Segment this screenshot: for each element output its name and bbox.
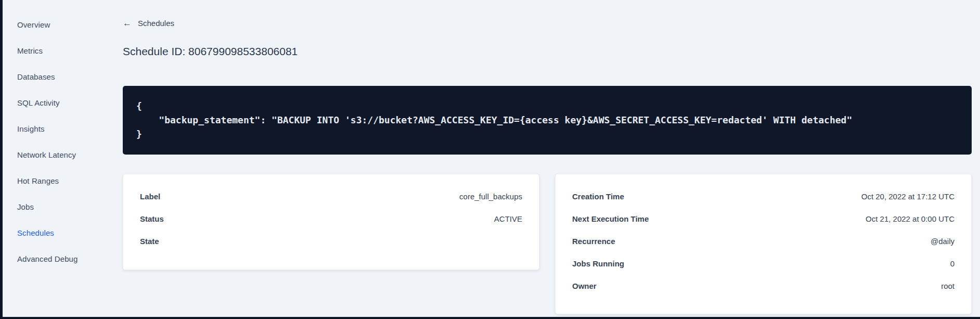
details-row-recurrence: Recurrence @daily xyxy=(572,230,955,252)
row-label: Owner xyxy=(572,282,597,290)
main-content: ← Schedules Schedule ID: 806799098533806… xyxy=(123,0,972,314)
row-value: ACTIVE xyxy=(494,214,522,223)
sidebar-item-databases[interactable]: Databases xyxy=(3,63,112,90)
sidebar-item-overview[interactable]: Overview xyxy=(3,11,112,37)
row-value: 0 xyxy=(950,259,955,268)
sidebar-item-hot-ranges[interactable]: Hot Ranges xyxy=(3,168,112,194)
code-line: { xyxy=(136,99,958,113)
summary-cards-row: Label core_full_backups Status ACTIVE St… xyxy=(123,174,972,314)
back-link-label: Schedules xyxy=(138,19,174,28)
row-label: Recurrence xyxy=(572,237,615,246)
details-row-owner: Owner root xyxy=(572,275,955,297)
window-frame-bottom-edge xyxy=(0,317,980,319)
row-label: Status xyxy=(140,214,164,223)
schedule-definition-code-block: { "backup_statement": "BACKUP INTO 's3:/… xyxy=(123,86,972,155)
row-value: core_full_backups xyxy=(459,192,522,201)
row-value: @daily xyxy=(931,237,955,246)
window-frame-left-edge xyxy=(0,0,3,319)
row-label: Next Execution Time xyxy=(572,214,649,223)
code-line: "backup_statement": "BACKUP INTO 's3://b… xyxy=(136,113,958,127)
schedule-summary-card: Label core_full_backups Status ACTIVE St… xyxy=(123,174,539,270)
sidebar-item-metrics[interactable]: Metrics xyxy=(3,37,112,63)
code-line: } xyxy=(136,127,958,141)
summary-row-label: Label core_full_backups xyxy=(140,185,522,208)
back-arrow-icon: ← xyxy=(123,19,132,28)
summary-row-state: State xyxy=(140,230,522,252)
row-value: root xyxy=(941,282,955,290)
sidebar-item-sql-activity[interactable]: SQL Activity xyxy=(3,90,112,116)
row-value: Oct 20, 2022 at 17:12 UTC xyxy=(861,192,955,201)
sidebar-item-insights[interactable]: Insights xyxy=(3,116,112,142)
schedule-details-card: Creation Time Oct 20, 2022 at 17:12 UTC … xyxy=(555,174,972,314)
details-row-creation-time: Creation Time Oct 20, 2022 at 17:12 UTC xyxy=(572,185,955,208)
row-label: Jobs Running xyxy=(572,259,624,268)
sidebar-item-jobs[interactable]: Jobs xyxy=(3,194,112,220)
summary-row-status: Status ACTIVE xyxy=(140,208,522,230)
sidebar: Overview Metrics Databases SQL Activity … xyxy=(3,11,112,272)
details-row-next-execution-time: Next Execution Time Oct 21, 2022 at 0:00… xyxy=(572,208,955,230)
sidebar-item-advanced-debug[interactable]: Advanced Debug xyxy=(3,246,112,272)
details-row-jobs-running: Jobs Running 0 xyxy=(572,252,955,275)
sidebar-item-schedules[interactable]: Schedules xyxy=(3,220,112,246)
row-label: State xyxy=(140,237,159,246)
sidebar-item-network-latency[interactable]: Network Latency xyxy=(3,142,112,168)
row-label: Creation Time xyxy=(572,192,624,201)
row-value: Oct 21, 2022 at 0:00 UTC xyxy=(866,214,955,223)
row-label: Label xyxy=(140,192,160,201)
page-title: Schedule ID: 806799098533806081 xyxy=(123,45,972,58)
back-link-schedules[interactable]: ← Schedules xyxy=(123,19,174,28)
